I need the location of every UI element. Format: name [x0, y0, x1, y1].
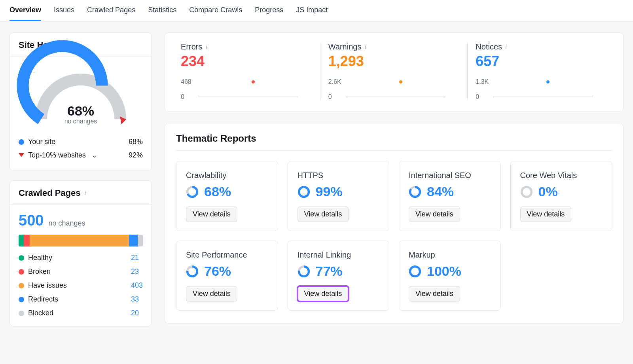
metric-errors-value: 234 — [181, 53, 298, 70]
info-icon[interactable]: i — [505, 44, 507, 50]
metric-warnings-lo: 0 — [328, 93, 346, 100]
report-percent: 76% — [204, 264, 231, 279]
crawled-pages-list: Healthy21Broken23Have issues403Redirects… — [19, 254, 143, 317]
list-item-label: Redirects — [28, 295, 58, 303]
report-title: Site Performance — [186, 250, 268, 260]
metric-warnings-value: 1,293 — [328, 53, 446, 70]
view-details-button[interactable]: View details — [298, 286, 349, 301]
view-details-button[interactable]: View details — [409, 207, 460, 222]
report-percent: 100% — [427, 264, 461, 279]
bar-segment-have_issues — [30, 235, 129, 246]
dot-icon — [19, 139, 24, 145]
crawled-pages-sub: no changes — [48, 219, 85, 228]
list-item-value[interactable]: 20 — [131, 309, 143, 317]
list-item-value[interactable]: 33 — [131, 295, 143, 303]
progress-ring-icon — [298, 265, 310, 278]
progress-ring-icon — [520, 186, 533, 198]
crawled-pages-card: Crawled Pages i 500 no changes Healthy21… — [9, 180, 152, 326]
metric-errors-spark — [198, 75, 298, 89]
site-health-card: Site Health i 68% no changes — [9, 32, 152, 171]
list-item-value[interactable]: 23 — [131, 267, 143, 276]
tab-statistics[interactable]: Statistics — [148, 0, 176, 21]
metric-notices-lo: 0 — [476, 93, 493, 100]
spark-line — [493, 97, 593, 97]
view-details-button[interactable]: View details — [298, 207, 349, 222]
info-icon[interactable]: i — [364, 44, 366, 50]
metric-errors-lo: 0 — [181, 93, 198, 100]
thematic-title: Thematic Reports — [176, 133, 612, 144]
site-health-subtext: no changes — [29, 118, 132, 125]
svg-point-3 — [299, 187, 309, 197]
report-card: Internal Linking77%View details — [288, 241, 390, 311]
svg-point-6 — [521, 187, 531, 197]
metrics-row: Errors i 234 468 0 Warnings i 1,293 — [165, 32, 624, 112]
metric-warnings[interactable]: Warnings i 1,293 2.6K 0 — [328, 42, 460, 100]
progress-ring-icon — [409, 265, 421, 278]
thematic-reports-card: Thematic Reports Crawlability68%View det… — [165, 123, 624, 324]
progress-ring-icon — [186, 265, 199, 278]
list-item[interactable]: Have issues — [19, 281, 131, 290]
view-details-button[interactable]: View details — [409, 286, 460, 301]
bar-segment-broken — [24, 235, 30, 246]
metric-notices-value: 657 — [476, 53, 593, 70]
report-title: Core Web Vitals — [520, 171, 603, 180]
bar-segment-healthy — [19, 235, 24, 246]
top10-dropdown[interactable]: Top-10% websites ⌄ — [19, 151, 97, 159]
report-percent: 99% — [316, 184, 343, 199]
list-item-label: Healthy — [28, 254, 52, 262]
metric-notices-spark — [493, 75, 593, 89]
list-item[interactable]: Blocked — [19, 309, 131, 317]
info-icon[interactable]: i — [85, 190, 86, 196]
progress-ring-icon — [409, 186, 421, 198]
report-percent: 0% — [538, 184, 558, 199]
legend-top10-value: 92% — [129, 151, 143, 159]
tab-issues[interactable]: Issues — [54, 0, 74, 21]
triangle-down-icon — [19, 153, 24, 157]
report-percent: 84% — [427, 184, 454, 199]
dot-icon — [19, 283, 24, 288]
metric-errors-label: Errors — [181, 42, 202, 51]
bar-segment-blocked — [138, 235, 143, 246]
metric-warnings-label: Warnings — [328, 42, 362, 51]
tab-overview[interactable]: Overview — [9, 0, 41, 21]
metric-notices-label: Notices — [476, 42, 502, 51]
tab-bar: Overview Issues Crawled Pages Statistics… — [0, 0, 633, 21]
tab-compare-crawls[interactable]: Compare Crawls — [189, 0, 242, 21]
tab-js-impact[interactable]: JS Impact — [296, 0, 328, 21]
report-card: HTTPS99%View details — [288, 161, 390, 231]
legend-your-site-value: 68% — [129, 138, 143, 146]
metric-warnings-spark — [346, 75, 446, 89]
report-card: Site Performance76%View details — [176, 241, 278, 311]
report-percent: 77% — [316, 264, 343, 279]
list-item-value[interactable]: 21 — [131, 254, 143, 262]
progress-ring-icon — [298, 186, 310, 198]
report-title: HTTPS — [298, 171, 380, 180]
dot-icon — [19, 311, 24, 316]
report-card: International SEO84%View details — [399, 161, 501, 231]
list-item[interactable]: Broken — [19, 267, 131, 276]
thematic-grid: Crawlability68%View detailsHTTPS99%View … — [176, 161, 612, 311]
metric-errors[interactable]: Errors i 234 468 0 — [181, 42, 313, 100]
metric-notices[interactable]: Notices i 657 1.3K 0 — [476, 42, 607, 100]
view-details-button[interactable]: View details — [186, 286, 237, 301]
crawled-pages-count[interactable]: 500 — [19, 212, 44, 229]
report-card: Core Web Vitals0%View details — [510, 161, 612, 231]
list-item-value[interactable]: 403 — [131, 281, 143, 290]
report-percent: 68% — [204, 184, 231, 199]
crawled-pages-header: Crawled Pages i — [10, 181, 152, 205]
list-item[interactable]: Redirects — [19, 295, 131, 303]
list-item[interactable]: Healthy — [19, 254, 131, 262]
metric-warnings-hi: 2.6K — [328, 78, 346, 85]
info-icon[interactable]: i — [205, 44, 207, 50]
tab-progress[interactable]: Progress — [255, 0, 283, 21]
view-details-button[interactable]: View details — [186, 207, 237, 222]
report-card: Markup100%View details — [399, 241, 501, 311]
report-card: Crawlability68%View details — [176, 161, 278, 231]
view-details-button[interactable]: View details — [520, 207, 572, 222]
list-item-label: Have issues — [28, 281, 67, 290]
report-title: Internal Linking — [298, 250, 380, 260]
list-item-label: Broken — [28, 267, 51, 276]
bar-segment-redirects — [129, 235, 138, 246]
tab-crawled-pages[interactable]: Crawled Pages — [87, 0, 135, 21]
site-health-gauge: 68% no changes — [29, 62, 132, 125]
